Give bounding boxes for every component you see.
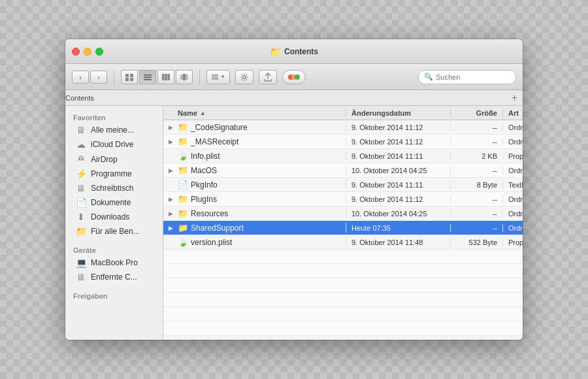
svg-rect-7 [162,74,165,80]
plist-icon: 🍃 [178,237,188,247]
arrange-button[interactable]: ▼ [206,70,230,84]
sidebar-section-geraete: Geräte [65,244,163,255]
action-button[interactable] [235,70,253,84]
svg-rect-6 [144,79,152,80]
sidebar-item-airdrop[interactable]: AirDrop [68,152,160,167]
view-cover-icon [180,73,189,81]
folder-icon: 📁 [178,137,188,146]
file-row-plugins[interactable]: ▶ 📁 PlugIns 9. Oktober 2014 11:12 -- Ord… [163,192,523,206]
computer-icon: 🖥 [76,125,86,135]
file-row-empty-4 [163,293,523,307]
file-row-pkginfo[interactable]: ▶ 📄 PkgInfo 9. Oktober 2014 11:11 8 Byte… [163,178,523,192]
sidebar-label-programme: Programme [91,169,132,178]
file-row-sharedsupport[interactable]: ▶ 📁 SharedSupport Heute 07:35 -- Ordner [163,221,523,235]
column-name-header[interactable]: Name ▲ [163,109,346,117]
sidebar-label-entfernte-c: Entfernte C... [91,272,137,282]
sidebar-label-macbook-pro: MacBook Pro [91,258,138,267]
traffic-lights [72,48,103,56]
folder-icon: 📁 [178,165,188,175]
expand-arrow-icon: ▶ [169,139,175,145]
desktop-icon: 🖥 [76,183,86,193]
back-button[interactable]: ‹ [72,71,89,84]
toolbar-divider-1 [114,69,114,85]
sidebar-item-downloads[interactable]: ⬇ Downloads [68,210,160,224]
file-row-resources-name: ▶ 📁 Resources [163,208,346,218]
sidebar-label-fuer-alle: Für alle Ben... [91,227,140,236]
svg-rect-9 [168,74,171,80]
sidebar-label-airdrop: AirDrop [91,155,118,164]
sidebar: Favoriten 🖥 Alle meine... ☁ iCloud Drive… [65,106,163,340]
column-date-header[interactable]: Änderungsdatum [346,109,451,117]
file-row-version-plist[interactable]: ▶ 🍃 version.plist 9. Oktober 2014 11:48 … [163,235,523,250]
close-button[interactable] [72,48,80,56]
file-row-resources[interactable]: ▶ 📁 Resources 10. Oktober 2014 04:25 -- … [163,206,523,221]
file-row-sharedsupport-name: ▶ 📁 SharedSupport [163,223,346,233]
file-row-empty-5 [163,307,523,321]
folder-icon: 📁 [178,208,188,218]
file-row-empty-1 [163,250,523,264]
sidebar-label-dokumente: Dokumente [91,198,131,207]
file-row-codesignature-name: ▶ 📁 _CodeSignature [163,122,346,132]
file-row-info-plist[interactable]: ▶ 🍃 Info.plist 9. Oktober 2014 11:11 2 K… [163,149,523,163]
file-row-empty-6 [163,321,523,336]
svg-rect-12 [186,74,188,80]
search-input[interactable] [436,73,510,81]
column-size-header[interactable]: Größe [451,109,503,117]
arrange-icon [211,73,219,81]
view-icon-button[interactable] [121,70,138,84]
sidebar-item-entfernte-c[interactable]: 🖥 Entfernte C... [68,270,160,284]
file-row-masreceipt[interactable]: ▶ 📁 _MASReceipt 9. Oktober 2014 11:12 --… [163,135,523,149]
view-column-icon [161,73,171,81]
file-list: ▶ 📁 _CodeSignature 9. Oktober 2014 11:12… [163,120,523,340]
downloads-icon: ⬇ [76,212,86,222]
share-icon [264,73,272,82]
sidebar-item-alle-meine[interactable]: 🖥 Alle meine... [68,123,160,137]
maximize-button[interactable] [95,48,103,56]
window-title: Contents [284,47,318,56]
minimize-button[interactable] [84,48,91,56]
file-row-pkginfo-name: ▶ 📄 PkgInfo [163,180,346,190]
file-row-macos[interactable]: ▶ 📁 MacOS 10. Oktober 2014 04:25 -- Ordn… [163,163,523,178]
expand-arrow-icon: ▶ [169,239,175,246]
search-icon: 🔍 [424,73,433,81]
expand-arrow-icon: ▶ [169,225,175,231]
svg-rect-15 [212,78,218,80]
sidebar-item-dokumente[interactable]: 📄 Dokumente [68,195,160,210]
sidebar-item-macbook-pro[interactable]: 💻 MacBook Pro [68,255,160,270]
svg-rect-3 [130,78,133,81]
file-row-version-plist-name: ▶ 🍃 version.plist [163,237,346,247]
share-button[interactable] [259,70,277,84]
laptop-icon: 💻 [76,257,86,268]
file-list-header: Name ▲ Änderungsdatum Größe Art [163,106,523,120]
gear-icon [240,73,249,82]
file-row-macos-name: ▶ 📁 MacOS [163,165,346,175]
search-box[interactable]: 🔍 [418,70,516,84]
tag-button[interactable] [282,70,306,84]
file-row-empty-2 [163,264,523,278]
sidebar-item-schreibtisch[interactable]: 🖥 Schreibtisch [68,181,160,195]
add-folder-button[interactable]: + [512,93,517,103]
svg-rect-10 [180,74,183,80]
breadcrumb-bar: Contents + [65,90,523,106]
airdrop-icon [76,154,86,165]
forward-button[interactable]: › [90,71,107,84]
main-content: Favoriten 🖥 Alle meine... ☁ iCloud Drive… [65,106,523,340]
shared-folder-icon: 📁 [76,226,86,237]
tag-icon [287,73,301,82]
svg-point-19 [295,74,300,80]
sidebar-section-freigaben: Freigaben [65,289,163,301]
expand-arrow-icon: ▶ [169,124,175,131]
view-list-button[interactable] [139,70,156,84]
view-cover-button[interactable] [176,70,193,84]
view-column-button[interactable] [157,70,174,84]
column-kind-header[interactable]: Art [503,109,523,117]
expand-arrow-icon: ▶ [169,153,175,159]
view-list-icon [143,73,152,81]
svg-rect-1 [130,74,133,77]
folder-icon: 📁 [178,194,188,204]
sidebar-item-programme[interactable]: ⚡ Programme [68,167,160,181]
sidebar-item-fuer-alle[interactable]: 📁 Für alle Ben... [68,224,160,239]
sidebar-item-icloud-drive[interactable]: ☁ iCloud Drive [68,137,160,152]
file-row-codesignature[interactable]: ▶ 📁 _CodeSignature 9. Oktober 2014 11:12… [163,120,523,135]
folder-icon: 📁 [178,223,188,233]
